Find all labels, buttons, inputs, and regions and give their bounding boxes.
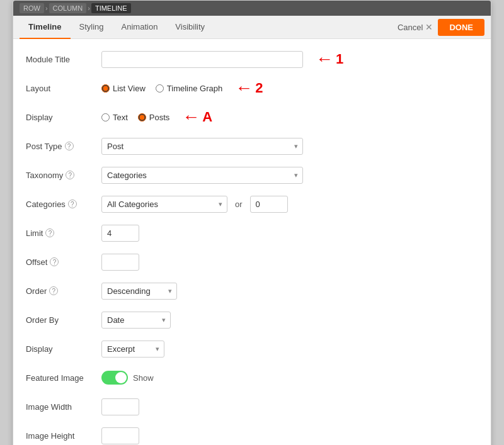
arrow-annotation-1: ← 1 bbox=[316, 49, 343, 69]
offset-label: Offset ? bbox=[26, 257, 101, 267]
module-title-content: ← 1 bbox=[101, 49, 478, 69]
order-content: Descending Ascending ▾ bbox=[101, 283, 478, 300]
order-by-select[interactable]: Date Title ID bbox=[101, 312, 171, 329]
taxonomy-select[interactable]: Categories bbox=[101, 167, 303, 184]
categories-select-wrapper: All Categories ▾ bbox=[101, 196, 227, 213]
layout-list-view-label: List View bbox=[113, 84, 146, 93]
featured-image-toggle-container: Show bbox=[101, 371, 154, 385]
close-icon: ✕ bbox=[425, 22, 433, 32]
limit-help-icon[interactable]: ? bbox=[45, 228, 54, 237]
module-title-row: Module Title ← 1 bbox=[26, 49, 478, 69]
taxonomy-label: Taxonomy ? bbox=[26, 171, 101, 180]
offset-input[interactable] bbox=[101, 254, 139, 271]
taxonomy-content: Categories ▾ bbox=[101, 167, 478, 184]
post-type-label: Post Type ? bbox=[26, 142, 101, 151]
breadcrumb-bar: ROW › COLUMN › TIMELINE bbox=[13, 1, 491, 16]
order-by-row: Order By Date Title ID ▾ bbox=[26, 310, 478, 330]
breadcrumb-row[interactable]: ROW bbox=[20, 3, 44, 13]
breadcrumb-sep-2: › bbox=[88, 4, 90, 12]
categories-or-input[interactable] bbox=[250, 196, 288, 213]
featured-image-toggle[interactable] bbox=[101, 371, 128, 385]
display-type-content: Text Posts ← A bbox=[101, 107, 478, 127]
tab-timeline[interactable]: Timeline bbox=[20, 16, 71, 39]
display-posts-radio[interactable] bbox=[138, 113, 146, 121]
order-help-icon[interactable]: ? bbox=[49, 286, 58, 295]
taxonomy-row: Taxonomy ? Categories ▾ bbox=[26, 165, 478, 185]
display-text-radio[interactable] bbox=[101, 113, 110, 121]
display-posts-option[interactable]: Posts bbox=[138, 113, 170, 122]
layout-content: List View Timeline Graph ← 2 bbox=[101, 78, 478, 98]
display-excerpt-row: Display Excerpt Full ▾ bbox=[26, 339, 478, 359]
order-by-label: Order By bbox=[26, 315, 101, 325]
panel-wrapper: ROW › COLUMN › TIMELINE Timeline Styling… bbox=[13, 0, 491, 445]
tab-bar: Timeline Styling Animation Visibility Ca… bbox=[13, 16, 491, 39]
tab-actions: Cancel ✕ DONE bbox=[398, 19, 484, 36]
image-width-input[interactable] bbox=[101, 398, 139, 415]
arrow-annotation-a: ← A bbox=[182, 107, 212, 127]
categories-row: Categories ? All Categories ▾ or bbox=[26, 194, 478, 214]
display-type-row: Display Text Posts ← A bbox=[26, 107, 478, 127]
image-width-content bbox=[101, 398, 478, 415]
image-width-label: Image Width bbox=[26, 402, 101, 412]
post-type-help-icon[interactable]: ? bbox=[65, 142, 74, 150]
layout-row: Layout List View Timeline Graph ← 2 bbox=[26, 78, 478, 98]
cancel-button[interactable]: Cancel ✕ bbox=[398, 22, 433, 32]
categories-or-text: or bbox=[235, 200, 243, 209]
post-type-select-wrapper: Post ▾ bbox=[101, 138, 303, 155]
layout-timeline-graph-radio[interactable] bbox=[156, 84, 164, 93]
image-height-label: Image Height bbox=[26, 431, 101, 441]
image-height-input[interactable] bbox=[101, 427, 139, 444]
breadcrumb-timeline[interactable]: TIMELINE bbox=[91, 3, 131, 13]
order-select[interactable]: Descending Ascending bbox=[101, 283, 177, 300]
layout-label: Layout bbox=[26, 84, 101, 93]
post-type-content: Post ▾ bbox=[101, 138, 478, 155]
categories-label: Categories ? bbox=[26, 200, 101, 209]
order-row: Order ? Descending Ascending ▾ bbox=[26, 281, 478, 301]
featured-image-show-label: Show bbox=[133, 373, 154, 383]
form-area: Module Title ← 1 Layout List View bbox=[13, 39, 491, 445]
display-text-label: Text bbox=[113, 113, 128, 122]
order-label: Order ? bbox=[26, 286, 101, 296]
categories-content: All Categories ▾ or bbox=[101, 196, 478, 213]
layout-list-view-option[interactable]: List View bbox=[101, 84, 146, 93]
breadcrumb-column[interactable]: COLUMN bbox=[49, 3, 87, 13]
display-excerpt-select[interactable]: Excerpt Full bbox=[101, 341, 164, 358]
tab-visibility[interactable]: Visibility bbox=[166, 16, 214, 39]
taxonomy-help-icon[interactable]: ? bbox=[66, 171, 74, 179]
order-select-wrapper: Descending Ascending ▾ bbox=[101, 283, 177, 300]
image-width-row: Image Width bbox=[26, 397, 478, 417]
categories-select[interactable]: All Categories bbox=[101, 196, 227, 213]
display-text-option[interactable]: Text bbox=[101, 113, 128, 122]
offset-help-icon[interactable]: ? bbox=[50, 257, 59, 266]
post-type-select[interactable]: Post bbox=[101, 138, 303, 155]
limit-content bbox=[101, 225, 478, 242]
order-by-content: Date Title ID ▾ bbox=[101, 312, 478, 329]
layout-timeline-graph-label: Timeline Graph bbox=[167, 84, 222, 93]
done-button[interactable]: DONE bbox=[438, 19, 484, 36]
cancel-label: Cancel bbox=[398, 23, 423, 32]
display-excerpt-label: Display bbox=[26, 344, 101, 354]
layout-timeline-graph-option[interactable]: Timeline Graph bbox=[156, 84, 222, 93]
featured-image-content: Show bbox=[101, 371, 478, 385]
breadcrumb-sep-1: › bbox=[45, 4, 48, 12]
display-excerpt-select-wrapper: Excerpt Full ▾ bbox=[101, 341, 164, 358]
tab-animation[interactable]: Animation bbox=[113, 16, 167, 39]
image-height-content bbox=[101, 427, 478, 444]
offset-content bbox=[101, 254, 478, 271]
limit-label: Limit ? bbox=[26, 228, 101, 238]
taxonomy-select-wrapper: Categories ▾ bbox=[101, 167, 303, 184]
display-type-label: Display bbox=[26, 113, 101, 122]
limit-row: Limit ? bbox=[26, 223, 478, 243]
post-type-row: Post Type ? Post ▾ bbox=[26, 136, 478, 156]
featured-image-row: Featured Image Show bbox=[26, 368, 478, 388]
module-title-input[interactable] bbox=[101, 51, 303, 68]
order-by-select-wrapper: Date Title ID ▾ bbox=[101, 312, 171, 329]
categories-help-icon[interactable]: ? bbox=[68, 200, 77, 208]
featured-image-label: Featured Image bbox=[26, 373, 101, 383]
tab-styling[interactable]: Styling bbox=[71, 16, 113, 39]
display-posts-label: Posts bbox=[149, 113, 170, 122]
limit-input[interactable] bbox=[101, 225, 139, 242]
display-radio-group: Text Posts bbox=[101, 113, 169, 122]
display-excerpt-content: Excerpt Full ▾ bbox=[101, 341, 478, 358]
layout-list-view-radio[interactable] bbox=[101, 84, 110, 93]
